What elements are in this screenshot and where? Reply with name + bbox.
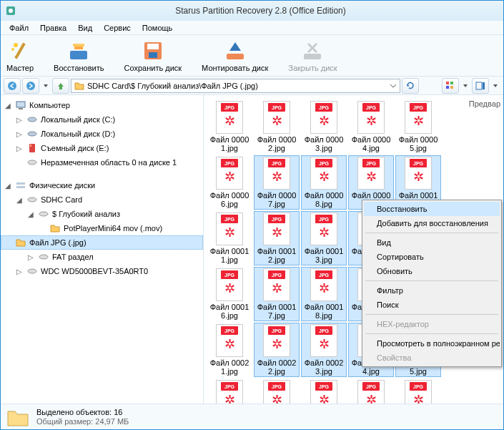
broken-icon: ✲	[272, 282, 282, 295]
broken-icon: ✲	[224, 394, 235, 404]
file-name: Файл 00016.jpg	[208, 303, 251, 320]
file-item[interactable]: JPG✲Файл 00030.jpg	[395, 378, 441, 404]
wizard-label: Мастер	[6, 64, 34, 72]
disk-icon	[26, 265, 38, 277]
broken-icon: ✲	[224, 226, 235, 239]
tree-local-d[interactable]: ▷Локальный диск (D:)	[1, 127, 203, 141]
nav-up-button[interactable]	[52, 78, 69, 94]
file-item[interactable]: JPG✲Файл 00011.jpg	[207, 211, 252, 265]
file-item[interactable]: JPG✲Файл 00018.jpg	[301, 267, 347, 321]
wizard-button[interactable]: Мастер	[6, 39, 34, 72]
file-thumbnail: JPG✲	[310, 268, 337, 301]
file-thumbnail: JPG✲	[310, 380, 337, 404]
tree-computer[interactable]: ◢Компьютер	[1, 98, 203, 112]
file-item[interactable]: JPG✲Файл 00008.jpg	[301, 155, 347, 210]
file-item[interactable]: JPG✲Файл 00001.jpg	[207, 99, 252, 154]
separator	[365, 314, 498, 315]
svg-point-11	[8, 82, 16, 90]
view-mode-button[interactable]	[442, 78, 459, 94]
disk-icon	[38, 251, 49, 263]
ctx-filter[interactable]: Фильтр	[364, 283, 500, 298]
tree-sidebar[interactable]: ◢Компьютер ▷Локальный диск (C:) ▷Локальн…	[1, 95, 204, 404]
nav-forward-button[interactable]	[22, 78, 39, 94]
file-item[interactable]: JPG✲Файл 00023.jpg	[301, 323, 347, 377]
file-name: Файл 00021.jpg	[208, 358, 251, 376]
jpg-badge: JPG	[315, 326, 332, 335]
mount-disk-button[interactable]: Монтировать диск	[202, 39, 268, 72]
tree-physical[interactable]: ◢Физические диски	[1, 178, 203, 192]
file-item[interactable]: JPG✲Файл 00005.jpg	[395, 99, 441, 154]
file-item[interactable]: JPG✲Файл 00027.jpg	[254, 378, 300, 404]
file-item[interactable]: JPG✲Файл 00021.jpg	[207, 323, 252, 377]
svg-rect-9	[227, 54, 244, 59]
svg-rect-14	[450, 82, 453, 84]
refresh-button[interactable]	[402, 78, 419, 94]
jpg-badge: JPG	[268, 159, 285, 167]
tree-wdc[interactable]: ▷WDC WD5000BEVT-35A0RT0	[1, 264, 203, 278]
file-item[interactable]: JPG✲Файл 00004.jpg	[348, 99, 394, 154]
save-disk-button[interactable]: Сохранить диск	[124, 39, 182, 72]
file-item[interactable]: JPG✲Файл 00012.jpg	[254, 211, 300, 265]
jpg-badge: JPG	[410, 382, 427, 391]
file-item[interactable]: JPG✲Файл 00006.jpg	[207, 155, 252, 210]
tree-removable-e[interactable]: ▷Съемный диск (E:)	[1, 141, 203, 155]
file-item[interactable]: JPG✲Файл 00029.jpg	[348, 378, 394, 404]
file-item[interactable]: JPG✲Файл 00007.jpg	[254, 155, 300, 210]
address-bar[interactable]	[71, 79, 400, 93]
file-item[interactable]: JPG✲Файл 00003.jpg	[301, 99, 347, 154]
tree-fat[interactable]: ▷FAT раздел	[1, 250, 203, 264]
tree-deep-analysis[interactable]: ◢$ Глубокий анализ	[1, 207, 203, 221]
preview-dropdown[interactable]	[490, 78, 500, 94]
menu-service[interactable]: Сервис	[98, 22, 137, 34]
save-disk-icon	[142, 39, 164, 62]
tree-sdhc[interactable]: ◢SDHC Card	[1, 192, 203, 207]
ctx-sort[interactable]: Сортировать	[364, 250, 500, 264]
tree-unallocated[interactable]: Неразмеченная область 0 на диске 1	[1, 155, 203, 170]
jpg-badge: JPG	[410, 159, 427, 167]
file-item[interactable]: JPG✲Файл 00022.jpg	[254, 323, 300, 377]
menu-help[interactable]: Помощь	[137, 22, 179, 34]
titlebar: Starus Partition Recovery 2.8 (Office Ed…	[1, 1, 503, 21]
ctx-add[interactable]: Добавить для восстановления	[364, 216, 500, 230]
computer-icon	[15, 99, 26, 111]
tree-potplayer[interactable]: PotPlayerMini64 mov (.mov)	[1, 221, 203, 235]
view-mode-dropdown[interactable]	[460, 78, 470, 94]
file-item[interactable]: JPG✲Файл 00026.jpg	[207, 378, 252, 404]
file-name: Файл 00008.jpg	[302, 191, 345, 208]
tree-local-c[interactable]: ▷Локальный диск (C:)	[1, 112, 203, 127]
ctx-recover[interactable]: Восстановить	[364, 202, 500, 216]
file-item[interactable]: JPG✲Файл 00017.jpg	[254, 267, 300, 321]
ctx-fullscreen[interactable]: Просмотреть в полноэкранном реж	[364, 336, 500, 351]
svg-rect-20	[19, 108, 23, 109]
app-icon	[5, 5, 16, 16]
file-item[interactable]: JPG✲Файл 00002.jpg	[254, 99, 300, 154]
recover-button[interactable]: Восстановить	[54, 39, 104, 72]
preview-toggle-button[interactable]	[472, 78, 489, 94]
ctx-view[interactable]: Вид	[364, 235, 500, 250]
broken-icon: ✲	[319, 338, 330, 351]
menu-file[interactable]: Файл	[4, 22, 34, 34]
nav-history-dropdown[interactable]	[41, 78, 51, 94]
file-name: Файл 00005.jpg	[397, 135, 440, 152]
tree-jpg-folder[interactable]: Файл JPG (.jpg)	[1, 235, 203, 250]
file-thumbnail: JPG✲	[216, 380, 243, 404]
nav-back-button[interactable]	[4, 78, 21, 94]
separator	[365, 233, 498, 233]
chevron-down-icon[interactable]	[390, 82, 397, 89]
jpg-badge: JPG	[362, 382, 380, 391]
file-item[interactable]: JPG✲Файл 00028.jpg	[301, 378, 347, 404]
svg-rect-19	[16, 102, 25, 107]
menu-edit[interactable]: Правка	[34, 22, 72, 34]
menubar: Файл Правка Вид Сервис Помощь	[1, 21, 503, 35]
broken-icon: ✲	[272, 114, 282, 127]
address-input[interactable]	[87, 82, 387, 90]
menu-view[interactable]: Вид	[72, 22, 98, 34]
jpg-badge: JPG	[221, 270, 238, 279]
file-item[interactable]: JPG✲Файл 00016.jpg	[207, 267, 252, 321]
ctx-search[interactable]: Поиск	[364, 298, 500, 312]
ctx-refresh[interactable]: Обновить	[364, 264, 500, 278]
file-item[interactable]: JPG✲Файл 00013.jpg	[301, 211, 347, 265]
folder-special-icon	[38, 208, 49, 220]
broken-icon: ✲	[224, 338, 235, 351]
broken-icon: ✲	[319, 170, 330, 183]
